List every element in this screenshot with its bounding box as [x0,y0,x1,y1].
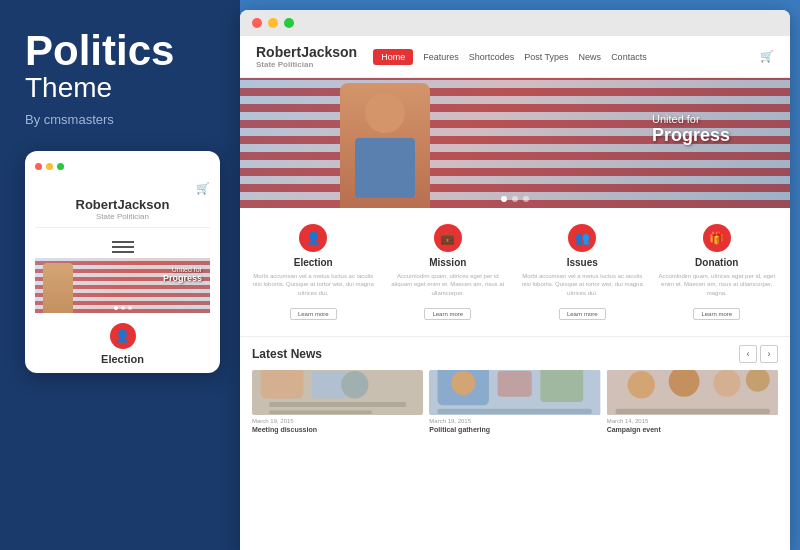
hero-dot-3 [523,196,529,202]
hero-dot-2 [512,196,518,202]
mobile-hero: United for Progress [35,258,210,313]
news-title: Latest News [252,347,322,361]
site-header: RobertJackson State Politician Home Feat… [240,36,790,78]
nav-post-types[interactable]: Post Types [524,52,568,62]
news-card-title-1: Meeting discussion [252,426,423,433]
nav-news[interactable]: News [579,52,602,62]
news-card-title-3: Campaign event [607,426,778,433]
hero-person-body [355,138,415,198]
mobile-election-icon: 👤 [110,323,136,349]
nav-contacts[interactable]: Contacts [611,52,647,62]
mobile-hero-dots [114,306,132,310]
donation-learn-more[interactable]: Learn more [693,308,740,320]
site-logo: RobertJackson State Politician [256,44,357,69]
svg-rect-19 [615,409,769,414]
logo-first: Robert [256,44,301,60]
news-card-2: March 19, 2015 Political gathering [429,370,600,433]
issues-icon: 👥 [568,224,596,252]
site-nav: Home Features Shortcodes Post Types News… [373,49,774,65]
election-title: Election [252,257,375,268]
news-date-2: March 19, 2015 [429,418,600,424]
cart-icon[interactable]: 🛒 [760,50,774,63]
svg-point-3 [341,371,368,398]
news-prev-button[interactable]: ‹ [739,345,757,363]
news-next-button[interactable]: › [760,345,778,363]
mobile-hero-dot-1 [114,306,118,310]
mobile-hero-dot-2 [121,306,125,310]
mission-title: Mission [387,257,510,268]
issues-title: Issues [521,257,644,268]
donation-desc: Accumlodim quam, ultrices eget per id, e… [656,272,779,297]
browser-bar [240,10,790,36]
service-issues: 👥 Issues Morbi accumsan vel a metus luct… [517,220,648,324]
browser-dot-green [284,18,294,28]
svg-point-8 [452,371,476,395]
website-content: RobertJackson State Politician Home Feat… [240,36,790,550]
hero-dots [501,196,529,202]
browser-window: RobertJackson State Politician Home Feat… [240,10,790,550]
mobile-hero-dot-3 [128,306,132,310]
mobile-election-label: Election [35,353,210,365]
mobile-dot-red [35,163,42,170]
mission-desc: Accumlodim quam, ultrices eget per id al… [387,272,510,297]
left-panel: Politics Theme By cmsmasters 🛒 RobertJac… [0,0,240,550]
mobile-cart-icon: 🛒 [35,182,210,195]
services-section: 👤 Election Morbi accumsan vel a metus lu… [240,208,790,337]
hero-person [340,83,430,208]
right-panel: RobertJackson State Politician Home Feat… [240,0,800,550]
issues-learn-more[interactable]: Learn more [559,308,606,320]
news-header: Latest News ‹ › [252,345,778,363]
mobile-dot-green [57,163,64,170]
election-icon: 👤 [299,224,327,252]
logo-last: Jackson [301,44,357,60]
hero-text: United for Progress [652,113,730,146]
mobile-dot-yellow [46,163,53,170]
election-learn-more[interactable]: Learn more [290,308,337,320]
hero-united: United for [652,113,730,125]
svg-rect-1 [261,370,304,398]
mobile-menu-button[interactable] [35,234,210,252]
hero-dot-1 [501,196,507,202]
by-line: By cmsmasters [25,112,215,127]
nav-shortcodes[interactable]: Shortcodes [469,52,515,62]
mission-icon: 💼 [434,224,462,252]
svg-rect-11 [438,409,592,414]
mission-learn-more[interactable]: Learn more [424,308,471,320]
mobile-mockup: 🛒 RobertJackson State Politician United … [25,151,220,373]
news-img-2 [429,370,600,415]
news-date-3: March 14, 2015 [607,418,778,424]
svg-rect-4 [269,402,406,407]
news-date-1: March 19, 2015 [252,418,423,424]
svg-rect-10 [541,370,584,402]
news-navigation: ‹ › [739,345,778,363]
mobile-subtitle: State Politician [35,212,210,221]
news-section: Latest News ‹ › [240,337,790,550]
browser-dot-red [252,18,262,28]
politics-label: Politics [25,30,215,72]
logo-tagline: State Politician [256,60,357,69]
hamburger-icon [112,246,134,248]
news-card-3: March 14, 2015 Campaign event [607,370,778,433]
theme-title: Politics Theme By cmsmasters [25,30,215,151]
mobile-header: 🛒 RobertJackson State Politician [35,178,210,228]
news-card-title-2: Political gathering [429,426,600,433]
mobile-progress: Progress [163,273,202,283]
theme-label: Theme [25,72,215,104]
site-logo-name: RobertJackson State Politician [256,44,357,69]
nav-features[interactable]: Features [423,52,459,62]
mobile-traffic-lights [35,163,210,170]
mobile-hero-text: United for Progress [163,266,202,283]
mobile-name: RobertJackson [35,197,210,212]
donation-icon: 🎁 [703,224,731,252]
svg-rect-5 [269,411,372,414]
browser-dot-yellow [268,18,278,28]
svg-rect-9 [498,371,532,397]
service-donation: 🎁 Donation Accumlodim quam, ultrices ege… [652,220,783,324]
service-mission: 💼 Mission Accumlodim quam, ultrices eget… [383,220,514,324]
svg-point-17 [713,370,740,397]
news-img-1 [252,370,423,415]
donation-title: Donation [656,257,779,268]
nav-home-button[interactable]: Home [373,49,413,65]
election-desc: Morbi accumsan vel a metus luctus ac iac… [252,272,375,297]
news-grid: March 19, 2015 Meeting discussion [252,370,778,433]
